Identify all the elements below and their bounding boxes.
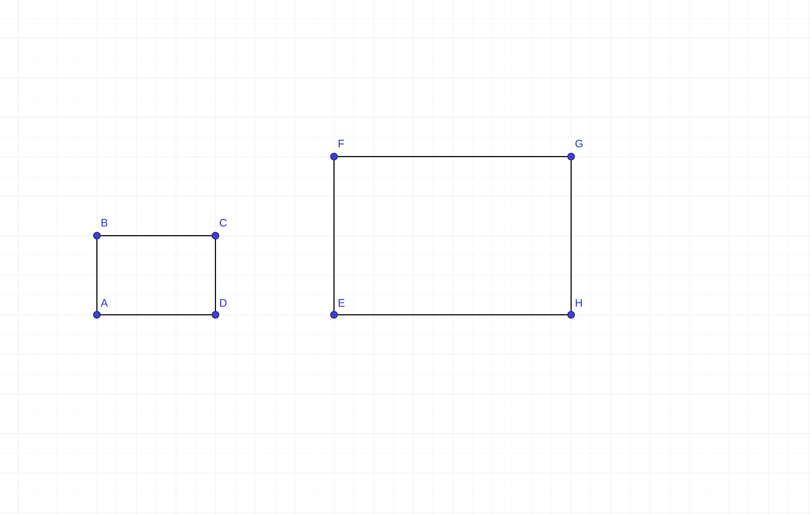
point-E[interactable] bbox=[330, 311, 338, 319]
label-H: H bbox=[575, 297, 583, 309]
background-grid bbox=[0, 0, 812, 515]
point-A[interactable] bbox=[93, 311, 101, 319]
segment-AD bbox=[97, 314, 215, 315]
segment-AB bbox=[96, 236, 97, 315]
segment-FG bbox=[334, 156, 571, 157]
point-F[interactable] bbox=[330, 153, 338, 160]
label-A: A bbox=[101, 297, 108, 309]
segment-CD bbox=[215, 236, 216, 315]
segment-GH bbox=[571, 157, 572, 315]
point-C[interactable] bbox=[212, 232, 219, 240]
segment-EH bbox=[334, 314, 571, 315]
label-G: G bbox=[575, 138, 583, 150]
point-B[interactable] bbox=[93, 232, 101, 240]
point-D[interactable] bbox=[212, 311, 219, 319]
label-C: C bbox=[219, 217, 227, 229]
label-E: E bbox=[338, 297, 345, 309]
segment-BC bbox=[97, 235, 215, 236]
label-D: D bbox=[219, 297, 227, 309]
point-G[interactable] bbox=[567, 153, 575, 160]
label-F: F bbox=[338, 138, 344, 150]
segment-EF bbox=[334, 157, 335, 315]
point-H[interactable] bbox=[567, 311, 575, 319]
label-B: B bbox=[101, 217, 108, 229]
